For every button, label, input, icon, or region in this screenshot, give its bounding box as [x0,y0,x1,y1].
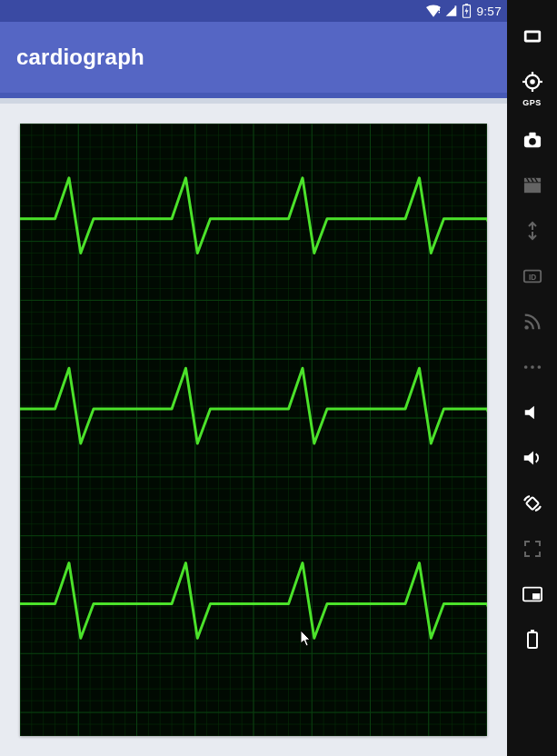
network-button[interactable] [520,218,545,244]
device-frame: 9:57 cardiograph [0,0,507,756]
clapper-button[interactable] [520,173,545,198]
svg-point-1 [438,12,440,14]
svg-rect-2 [454,5,455,10]
wifi-icon [426,5,441,17]
svg-rect-129 [529,133,535,137]
svg-text:ID: ID [528,274,535,282]
more-button[interactable] [520,354,545,380]
fullscreen-button[interactable] [520,536,545,562]
svg-point-138 [523,365,527,369]
status-bar: 9:57 [0,0,507,22]
rotate-button[interactable] [520,491,545,516]
svg-rect-141 [525,497,538,510]
volume-up-button[interactable] [520,445,545,471]
content-area [0,104,507,756]
svg-point-137 [524,325,528,329]
svg-rect-5 [464,4,467,5]
svg-point-139 [531,365,534,369]
battery-charging-icon [462,4,472,18]
status-clock: 9:57 [477,5,502,18]
app-title: cardiograph [16,45,144,70]
svg-rect-131 [523,183,540,193]
svg-point-123 [530,79,535,85]
power-button[interactable] [520,24,545,49]
camera-button[interactable] [520,127,545,153]
svg-rect-145 [531,630,534,632]
identifiers-button[interactable]: ID [520,264,545,289]
svg-rect-144 [528,632,537,648]
cell-signal-icon [444,5,458,17]
svg-point-130 [529,138,536,145]
gps-label: GPS [522,98,542,107]
emulator-toolbar: GPS ID [507,0,557,756]
rss-button[interactable] [520,309,545,334]
pip-button[interactable] [520,582,545,607]
gps-button[interactable] [520,69,545,94]
svg-rect-0 [438,6,439,11]
volume-down-button[interactable] [520,400,545,425]
svg-rect-121 [526,33,538,39]
battery-button[interactable] [520,627,545,652]
cardiograph-canvas [20,124,487,736]
app-bar: cardiograph [0,22,507,98]
svg-point-3 [454,11,455,12]
svg-rect-143 [532,593,540,599]
svg-point-140 [537,365,541,369]
